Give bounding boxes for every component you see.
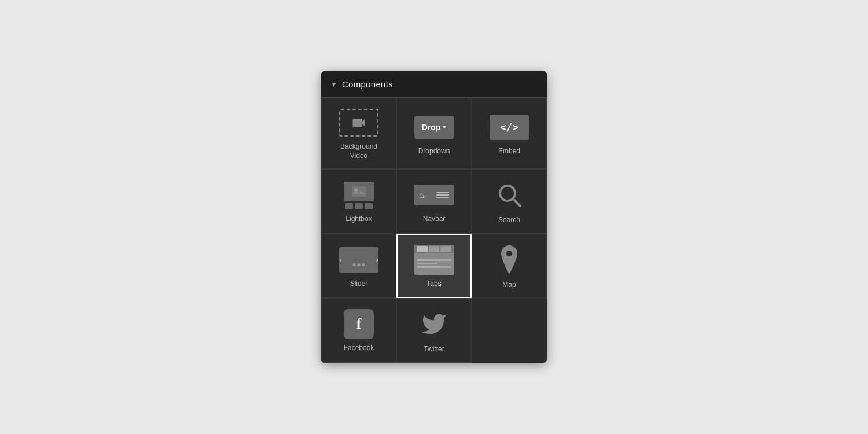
component-lightbox[interactable]: Lightbox xyxy=(321,169,396,234)
svg-line-3 xyxy=(513,199,520,206)
navbar-home-icon: ⌂ xyxy=(419,190,424,200)
component-tabs[interactable]: Tabs xyxy=(396,234,472,299)
background-video-icon xyxy=(339,109,378,137)
component-navbar[interactable]: ⌂ Navbar xyxy=(396,169,472,234)
slider-left-arrow-icon: ‹ xyxy=(339,255,341,264)
map-label: Map xyxy=(502,281,516,290)
components-panel: ▼ Components BackgroundVideo Drop ▾ xyxy=(321,71,547,363)
slider-right-arrow-icon: › xyxy=(376,255,378,264)
lightbox-label: Lightbox xyxy=(345,215,372,224)
component-map[interactable]: Map xyxy=(472,234,547,299)
twitter-label: Twitter xyxy=(424,345,444,354)
embed-label: Embed xyxy=(498,147,520,156)
navbar-label: Navbar xyxy=(423,215,446,224)
search-label: Search xyxy=(498,216,520,225)
slider-label: Slider xyxy=(350,279,368,289)
component-twitter[interactable]: Twitter xyxy=(396,298,472,363)
component-search[interactable]: Search xyxy=(472,169,547,234)
dropdown-text: Drop xyxy=(422,123,441,132)
svg-rect-0 xyxy=(352,186,366,197)
collapse-arrow-icon[interactable]: ▼ xyxy=(330,80,337,89)
dropdown-label: Dropdown xyxy=(418,147,450,156)
dropdown-icon: Drop ▾ xyxy=(414,113,454,141)
twitter-icon xyxy=(419,309,449,339)
tabs-icon xyxy=(414,246,454,274)
background-video-label: BackgroundVideo xyxy=(340,142,377,160)
lightbox-icon xyxy=(339,181,378,209)
facebook-f-icon: f xyxy=(356,315,362,333)
search-icon xyxy=(494,180,524,210)
embed-icon: </> xyxy=(490,113,529,141)
tabs-label: Tabs xyxy=(426,279,441,289)
component-embed[interactable]: </> Embed xyxy=(472,98,547,169)
embed-code-icon: </> xyxy=(500,121,519,133)
facebook-label: Facebook xyxy=(344,344,374,353)
facebook-icon: f xyxy=(339,310,378,338)
components-grid: BackgroundVideo Drop ▾ Dropdown </> Embe… xyxy=(321,98,547,363)
dropdown-arrow-icon: ▾ xyxy=(443,123,446,131)
slider-icon: ‹ › xyxy=(339,246,378,274)
map-icon xyxy=(494,245,524,275)
component-background-video[interactable]: BackgroundVideo xyxy=(321,98,396,169)
component-dropdown[interactable]: Drop ▾ Dropdown xyxy=(396,98,472,169)
component-slider[interactable]: ‹ › Slider xyxy=(321,234,396,299)
panel-header: ▼ Components xyxy=(321,71,547,98)
panel-title: Components xyxy=(342,79,393,89)
component-facebook[interactable]: f Facebook xyxy=(321,298,396,363)
navbar-icon: ⌂ xyxy=(414,181,454,209)
